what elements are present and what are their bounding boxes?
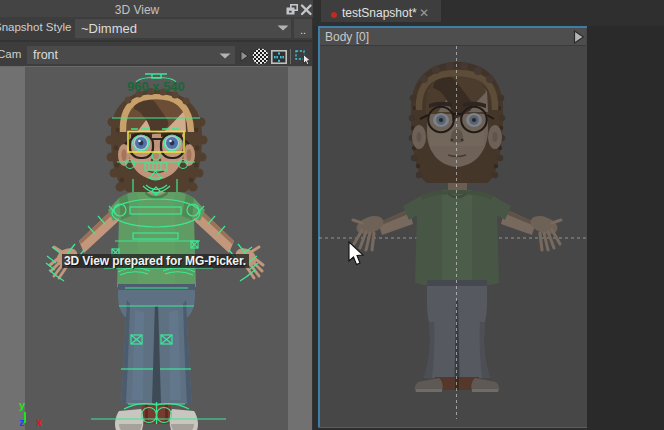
svg-text:960 x 540: 960 x 540 [127, 79, 185, 94]
